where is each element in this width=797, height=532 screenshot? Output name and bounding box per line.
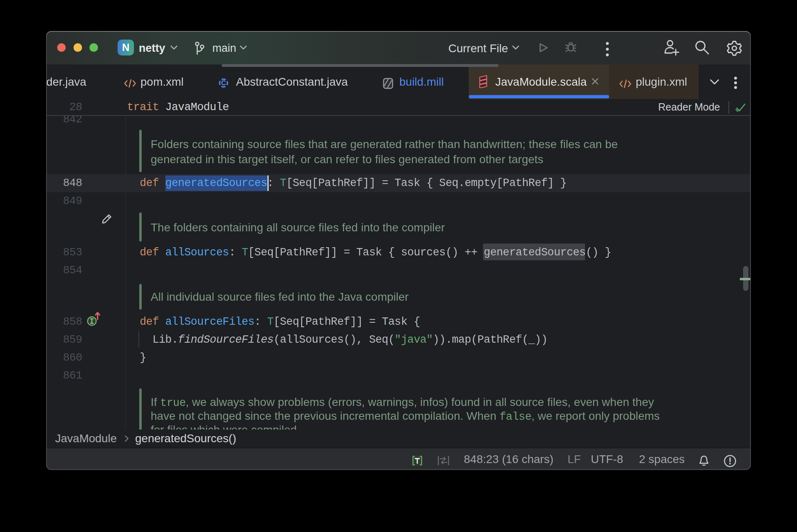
svg-text:C: C bbox=[221, 79, 226, 86]
